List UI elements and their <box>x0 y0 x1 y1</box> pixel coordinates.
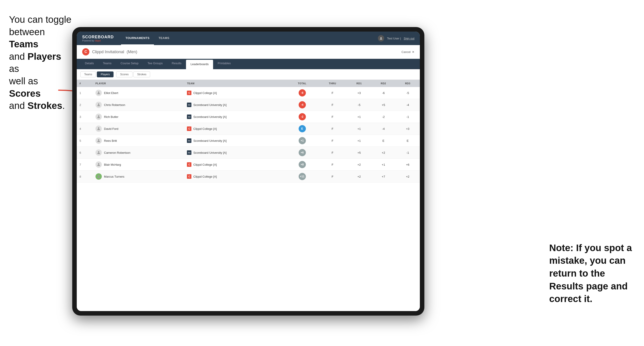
cell-rd3: +2 <box>396 171 420 182</box>
cell-pos: 7 <box>77 159 93 171</box>
cell-total: -2 <box>286 111 318 123</box>
player-avatar <box>96 126 102 132</box>
logo-area: SCOREBOARD Powered by clippd <box>82 35 114 42</box>
cell-rd2: +5 <box>371 99 396 111</box>
cell-rd3: -1 <box>396 111 420 123</box>
cell-team: SUScoreboard University [A] <box>184 147 286 159</box>
score-badge: +11 <box>299 173 306 180</box>
col-total: TOTAL <box>286 80 318 87</box>
team-logo: C <box>187 91 192 95</box>
top-nav: SCOREBOARD Powered by clippd TOURNAMENTS… <box>77 31 420 45</box>
svg-point-5 <box>98 127 99 129</box>
cell-total: +6 <box>286 147 318 159</box>
player-avatar <box>96 173 102 180</box>
cell-total: +1 <box>286 135 318 147</box>
toggle-scores[interactable]: Scores <box>116 71 132 77</box>
cell-thru: F <box>318 135 347 147</box>
toggle-bar: Teams Players Scores Strokes <box>77 69 420 80</box>
svg-point-8 <box>98 163 99 165</box>
tablet-screen: SCOREBOARD Powered by clippd TOURNAMENTS… <box>77 31 420 311</box>
svg-point-3 <box>98 103 99 105</box>
tab-results[interactable]: Results <box>167 59 186 69</box>
cell-rd1: +3 <box>347 87 371 99</box>
cell-rd1: -5 <box>347 99 371 111</box>
cell-team: CClippd College [A] <box>184 159 286 171</box>
cell-rd2: +7 <box>371 171 396 182</box>
nav-teams[interactable]: TEAMS <box>154 31 174 45</box>
team-logo: C <box>187 162 192 167</box>
cell-thru: F <box>318 159 347 171</box>
close-icon: ✕ <box>412 50 414 54</box>
cell-player: Chris Robertson <box>93 99 184 111</box>
tournament-icon: C <box>82 48 90 55</box>
player-name: Marcus Turners <box>104 175 124 178</box>
tab-details[interactable]: Details <box>80 59 98 69</box>
cell-pos: 6 <box>77 147 93 159</box>
cell-team: SUScoreboard University [A] <box>184 135 286 147</box>
cell-rd3: -1 <box>396 147 420 159</box>
score-badge: -4 <box>299 101 306 108</box>
team-name: Clippd College [A] <box>193 127 217 131</box>
cell-player: Elliot Ebert <box>93 87 184 99</box>
players-bold: Players <box>28 51 61 62</box>
logo-title: SCOREBOARD <box>82 35 114 39</box>
cell-rd3: +6 <box>396 159 420 171</box>
cell-team: SUScoreboard University [A] <box>184 99 286 111</box>
table-row: 1Elliot EbertCClippd College [A]-8F+3-6-… <box>77 87 420 99</box>
cell-player: Rees Britt <box>93 135 184 147</box>
cell-rd3: +3 <box>396 123 420 135</box>
player-name: Rees Britt <box>104 139 117 143</box>
tab-teams[interactable]: Teams <box>98 59 116 69</box>
cell-rd3: -4 <box>396 99 420 111</box>
cell-pos: 3 <box>77 111 93 123</box>
cell-rd2: +2 <box>371 147 396 159</box>
player-avatar <box>96 102 102 108</box>
cell-player: Marcus Turners <box>93 171 184 182</box>
col-rd1: RD1 <box>347 80 371 87</box>
cancel-button[interactable]: Cancel ✕ <box>402 50 414 54</box>
tab-course-setup[interactable]: Course Setup <box>116 59 143 69</box>
toggle-strokes[interactable]: Strokes <box>134 71 150 77</box>
cell-player: Cameron Robertson <box>93 147 184 159</box>
table-row: 8Marcus TurnersCClippd College [A]+11F+2… <box>77 171 420 182</box>
tablet-frame: SCOREBOARD Powered by clippd TOURNAMENTS… <box>72 27 424 316</box>
player-avatar <box>96 90 102 96</box>
sub-nav: Details Teams Course Setup Tee Groups Re… <box>77 59 420 69</box>
cell-rd1: +1 <box>347 111 371 123</box>
cell-total: +11 <box>286 171 318 182</box>
table-row: 6Cameron RobertsonSUScoreboard Universit… <box>77 147 420 159</box>
svg-point-2 <box>98 92 99 93</box>
tournament-title-area: C Clippd Invitational (Men) <box>82 48 137 55</box>
nav-user-text: Test User | <box>387 37 401 40</box>
sign-out-link[interactable]: Sign out <box>404 37 414 40</box>
table-container: # PLAYER TEAM TOTAL THRU RD1 RD2 RD3 1El… <box>77 80 420 311</box>
table-row: 3Rich ButlerSUScoreboard University [A]-… <box>77 111 420 123</box>
cell-rd3: -5 <box>396 87 420 99</box>
team-logo: SU <box>187 115 192 119</box>
toggle-players[interactable]: Players <box>97 71 114 77</box>
svg-point-4 <box>98 115 99 117</box>
team-name: Clippd College [A] <box>193 91 217 95</box>
team-logo: C <box>187 174 192 179</box>
cell-pos: 8 <box>77 171 93 182</box>
nav-tournaments[interactable]: TOURNAMENTS <box>121 31 154 45</box>
cell-thru: F <box>318 123 347 135</box>
cell-rd2: -6 <box>371 87 396 99</box>
team-name: Clippd College [A] <box>193 163 217 166</box>
logo-subtitle: Powered by clippd <box>82 39 114 42</box>
tab-leaderboards[interactable]: Leaderboards <box>186 60 213 69</box>
table-row: 7Blair McHargCClippd College [A]+8F+2+1+… <box>77 159 420 171</box>
tab-printables[interactable]: Printables <box>213 59 235 69</box>
player-avatar <box>96 150 102 156</box>
cell-thru: F <box>318 147 347 159</box>
tab-tee-groups[interactable]: Tee Groups <box>143 59 167 69</box>
col-player: PLAYER <box>93 80 184 87</box>
cell-rd1: +2 <box>347 171 371 182</box>
cell-player: David Ford <box>93 123 184 135</box>
cell-team: CClippd College [A] <box>184 171 286 182</box>
toggle-teams[interactable]: Teams <box>80 71 96 77</box>
cell-rd3: E <box>396 135 420 147</box>
cell-rd2: +1 <box>371 159 396 171</box>
cell-rd2: E <box>371 135 396 147</box>
cell-team: CClippd College [A] <box>184 87 286 99</box>
